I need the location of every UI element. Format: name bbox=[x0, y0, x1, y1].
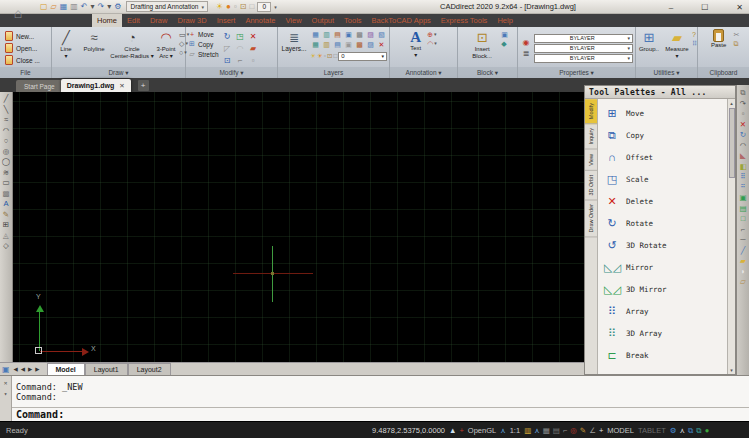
modify-toolbar-icon[interactable]: ⌐ bbox=[741, 226, 745, 234]
palette-item[interactable]: ⠿ Array bbox=[604, 300, 725, 322]
utility-tool-icon[interactable]: ? bbox=[692, 31, 697, 38]
layout-nav-button[interactable]: ◀ bbox=[14, 366, 18, 372]
app-logo-icon[interactable]: ⌂ bbox=[0, 0, 36, 26]
palette-item[interactable]: ◺◿ 3D Mirror bbox=[604, 278, 725, 300]
layer-tool-icon[interactable]: ▨ bbox=[365, 30, 376, 40]
modify-toolbar-icon[interactable]: ◣ bbox=[740, 152, 746, 160]
ribbon-tab[interactable]: Draw 3D bbox=[172, 14, 211, 27]
modify-toolbar-icon[interactable]: ⠿ bbox=[740, 173, 746, 181]
layer-tool-icon[interactable]: ▩ bbox=[354, 40, 365, 50]
clipboard-tool-icon[interactable]: ⧉ bbox=[734, 40, 740, 47]
draw-toolbar-icon[interactable]: ╱ bbox=[4, 95, 9, 103]
draw-toolbar-icon[interactable]: ◯ bbox=[2, 158, 10, 166]
palette-tab[interactable]: Draw Order bbox=[585, 200, 597, 237]
layer-state-icon[interactable]: ⊡ bbox=[240, 3, 247, 11]
ribbon-tab[interactable]: View bbox=[280, 14, 306, 27]
modify-toolbar-icon[interactable]: ◧ bbox=[739, 163, 746, 171]
palette-item[interactable]: ◳ Scale bbox=[604, 168, 725, 190]
ribbon-tab[interactable]: Home bbox=[92, 14, 122, 27]
modify-toolbar-icon[interactable]: □ bbox=[741, 215, 746, 223]
layer-state-icon[interactable]: ⊡ bbox=[327, 52, 332, 60]
status-toggle-icon[interactable]: ✎ bbox=[580, 426, 586, 435]
file-button[interactable]: Close ... bbox=[5, 55, 46, 65]
status-toggle-icon[interactable]: ⧉ bbox=[696, 426, 701, 436]
layer-tool-icon[interactable]: ▨ bbox=[365, 40, 376, 50]
status-toggle-icon[interactable]: ∠ bbox=[589, 426, 596, 435]
property-icon[interactable]: ◉ bbox=[520, 38, 532, 47]
close-icon[interactable]: ✕ bbox=[119, 82, 124, 90]
modify-toolbar-icon[interactable]: ⧉ bbox=[740, 89, 745, 97]
command-strip-icon[interactable]: ▾ bbox=[4, 390, 8, 397]
layer-state-icon[interactable]: ☀ bbox=[310, 52, 316, 60]
insert-block-button[interactable]: ⊡ Insert Block... bbox=[467, 29, 497, 67]
palette-item[interactable]: ↺ 3D Rotate bbox=[604, 234, 725, 256]
layout-tab[interactable]: Layout2 bbox=[128, 363, 171, 375]
file-button[interactable]: Open... bbox=[5, 43, 46, 53]
palette-tab[interactable]: 3D Orbit bbox=[585, 171, 597, 200]
draw-toolbar-icon[interactable]: ≋ bbox=[3, 169, 9, 177]
modify-toolbar-icon[interactable]: ⠛ bbox=[740, 184, 746, 192]
status-toggle-icon[interactable]: ▦ bbox=[543, 426, 550, 435]
modify-tool-icon[interactable]: ✕ bbox=[247, 31, 260, 43]
layer-tool-icon[interactable]: ▧ bbox=[376, 30, 387, 40]
layers-button[interactable]: ≣ Layers... bbox=[280, 29, 308, 67]
modify-tool-icon[interactable]: ◸ bbox=[221, 43, 234, 55]
new-tab-button[interactable]: + bbox=[138, 80, 149, 91]
group-label-block[interactable]: Block ▾ bbox=[458, 67, 517, 78]
layer-tool-icon[interactable]: ▣ bbox=[343, 40, 354, 50]
draw-tool-button[interactable]: ≈ Polyline bbox=[79, 29, 109, 67]
layer-state-icon[interactable]: ● bbox=[226, 3, 231, 11]
utility-button[interactable]: ⊞ Group.. bbox=[636, 29, 662, 67]
layout-tab[interactable]: Model bbox=[47, 363, 85, 375]
modify-tool-icon[interactable]: ▰ bbox=[247, 43, 260, 55]
ribbon-tab[interactable]: Draw bbox=[145, 14, 173, 27]
status-opengl[interactable]: OpenGL bbox=[468, 426, 496, 435]
quick-access-icon[interactable]: ▾ bbox=[91, 3, 95, 11]
layer-state-icon[interactable]: ▫ bbox=[324, 52, 326, 60]
draw-toolbar-icon[interactable]: ╲ bbox=[4, 106, 9, 114]
layer-state-icon[interactable]: □ bbox=[333, 52, 337, 60]
palette-item[interactable]: ∩ Offset bbox=[604, 146, 725, 168]
palette-tab[interactable]: Modify bbox=[585, 99, 597, 124]
file-button[interactable]: New... bbox=[5, 31, 46, 41]
group-label-modify[interactable]: Modify ▾ bbox=[186, 67, 277, 78]
layout-tab[interactable]: Layout1 bbox=[85, 363, 128, 375]
window-control-button[interactable]: – bbox=[669, 3, 673, 12]
group-label-draw[interactable]: Draw ▾ bbox=[52, 67, 185, 78]
layer-state-icon[interactable]: ▫ bbox=[234, 3, 237, 11]
draw-toolbar-icon[interactable]: ⊞ bbox=[3, 221, 9, 229]
quick-access-icon[interactable]: ↶ bbox=[81, 3, 88, 11]
tab-drawing1[interactable]: Drawing1.dwg ✕ bbox=[61, 79, 131, 92]
palette-item[interactable]: ↻ Rotate bbox=[604, 212, 725, 234]
scroll-down-icon[interactable]: ▾ bbox=[730, 367, 733, 373]
status-toggle-icon[interactable]: ⌐ bbox=[563, 426, 567, 435]
status-toggle-icon[interactable]: ⋏ bbox=[679, 426, 685, 435]
window-control-button[interactable]: ✕ bbox=[736, 3, 743, 12]
status-toggle-icon[interactable]: ⋏ bbox=[534, 426, 540, 435]
draw-toolbar-icon[interactable]: A bbox=[3, 200, 8, 208]
layer-tool-icon[interactable]: ▩ bbox=[354, 30, 365, 40]
status-toggle-icon[interactable]: + bbox=[599, 426, 603, 435]
layer-tool-icon[interactable]: ▦ bbox=[310, 40, 321, 50]
draw-toolbar-icon[interactable]: ▩ bbox=[2, 190, 9, 198]
status-toggle-icon[interactable]: ◎ bbox=[570, 426, 577, 435]
property-select[interactable]: BYLAYER ▾ bbox=[534, 54, 633, 63]
status-tablet-toggle[interactable]: TABLET bbox=[638, 426, 666, 435]
modify-tool-icon[interactable]: ◠ bbox=[234, 43, 247, 55]
group-label-layers[interactable]: Layers bbox=[278, 67, 389, 78]
layer-tool-icon[interactable]: ▥ bbox=[321, 40, 332, 50]
layer-tool-icon[interactable]: ▥ bbox=[321, 30, 332, 40]
palette-scrollbar[interactable]: ▴ ▾ bbox=[727, 99, 735, 374]
layout-nav-button[interactable]: ◀ bbox=[21, 366, 25, 372]
ribbon-tab[interactable]: BackToCAD Apps bbox=[367, 14, 436, 27]
ribbon-tab[interactable]: Express Tools bbox=[436, 14, 493, 27]
ribbon-tab[interactable]: Insert bbox=[212, 14, 241, 27]
tool-palettes-titlebar[interactable]: Tool Palettes - All ... bbox=[585, 86, 735, 99]
palette-tab[interactable]: Inquiry bbox=[585, 124, 597, 150]
modify-button[interactable]: ⊞ Copy bbox=[188, 40, 219, 48]
text-tool-button[interactable]: A Text ▾ bbox=[410, 29, 421, 67]
modify-toolbar-icon[interactable]: ◠ bbox=[740, 142, 747, 150]
status-toggle-icon[interactable]: ▥ bbox=[524, 426, 531, 435]
workspace-selector[interactable]: Drafting and Annotation ▾ bbox=[126, 1, 207, 12]
layer-state-icon[interactable]: ☀ bbox=[317, 52, 323, 60]
